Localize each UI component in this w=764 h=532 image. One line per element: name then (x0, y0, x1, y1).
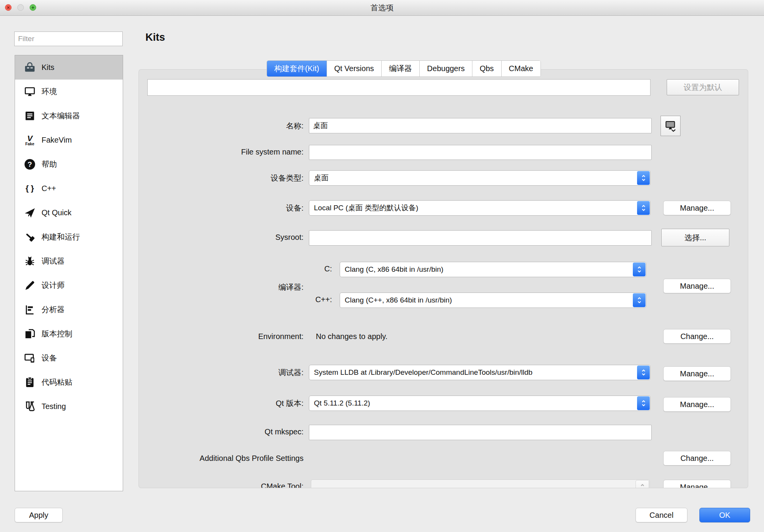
tab-debuggers[interactable]: Debuggers (420, 61, 472, 76)
page-title: Kits (145, 32, 165, 43)
cmake-tool-label: CMake Tool: (147, 482, 304, 488)
sidebar-item-cpp[interactable]: { }C++ (15, 176, 123, 201)
svg-text:?: ? (27, 160, 32, 168)
sidebar-item-fakevim[interactable]: VFakeFakeVim (15, 128, 123, 152)
set-default-button[interactable]: 设置为默认 (667, 79, 739, 95)
qt-version-label: Qt 版本: (147, 398, 304, 409)
sidebar-item-label: 环境 (42, 86, 57, 97)
tab-compilers[interactable]: 编译器 (382, 61, 420, 76)
tab-cmake[interactable]: CMake (502, 61, 540, 76)
name-input[interactable] (309, 118, 652, 133)
ok-button[interactable]: OK (699, 508, 750, 522)
stepper-icon (633, 293, 646, 307)
sidebar-item-help[interactable]: ?帮助 (15, 152, 123, 176)
sidebar-item-label: Qt Quick (42, 208, 72, 217)
device-type-label: 设备类型: (147, 173, 304, 183)
stepper-icon (636, 480, 649, 488)
flask-icon (23, 400, 37, 414)
tab-kits[interactable]: 构建套件(Kit) (267, 61, 327, 76)
svg-text:Fake: Fake (25, 142, 34, 146)
stepper-icon (637, 201, 650, 215)
device-label: 设备: (147, 203, 304, 213)
stepper-icon (637, 366, 650, 379)
compiler-c-select[interactable]: Clang (C, x86 64bit in /usr/bin) (340, 262, 646, 277)
manage-devices-button[interactable]: Manage... (663, 201, 731, 215)
cmake-tool-select[interactable] (311, 479, 650, 488)
sidebar-item-label: 代码粘贴 (42, 377, 72, 387)
compiler-cpp-select[interactable]: Clang (C++, x86 64bit in /usr/bin) (340, 293, 646, 308)
kits-panel: 设置为默认 名称: File system name: 设备类型: 桌面 设备:… (138, 69, 748, 488)
sidebar-item-label: 设备 (42, 353, 57, 363)
stepper-icon (637, 396, 650, 410)
stepper-icon (633, 263, 646, 276)
sidebar-item-label: Testing (42, 402, 66, 411)
braces-icon: { } (23, 182, 37, 196)
sidebar-item-build-run[interactable]: 构建和运行 (15, 225, 123, 249)
manage-qt-versions-button[interactable]: Manage... (663, 397, 731, 412)
tab-qbs[interactable]: Qbs (472, 61, 502, 76)
monitor-icon (23, 85, 37, 99)
fakevim-icon: VFake (23, 133, 37, 147)
sidebar-item-label: 版本控制 (42, 329, 72, 339)
tab-qt-versions[interactable]: Qt Versions (327, 61, 382, 76)
compiler-label: 编译器: (147, 282, 304, 293)
svg-text:{ }: { } (25, 184, 34, 193)
debugger-select[interactable]: System LLDB at /Library/Developer/Comman… (309, 365, 651, 380)
mkspec-label: Qt mkspec: (147, 427, 304, 436)
fs-name-label: File system name: (147, 148, 304, 156)
device-select[interactable]: Local PC (桌面 类型的默认设备) (309, 200, 651, 216)
bar-chart-icon (23, 303, 37, 317)
filter-input[interactable] (14, 32, 123, 46)
fs-name-input[interactable] (309, 145, 652, 160)
compiler-cpp-label: C++: (239, 295, 332, 304)
svg-text:V: V (27, 134, 33, 143)
question-circle-icon: ? (23, 158, 37, 171)
debugger-label: 调试器: (147, 367, 304, 378)
kit-list-box[interactable] (147, 79, 651, 96)
sidebar-item-version-control[interactable]: 版本控制 (15, 322, 123, 346)
sidebar-item-debugger[interactable]: 调试器 (15, 249, 123, 273)
bug-icon (23, 254, 37, 268)
device-type-select[interactable]: 桌面 (309, 170, 651, 186)
manage-compilers-button[interactable]: Manage... (663, 279, 731, 293)
sysroot-label: Sysroot: (147, 233, 304, 242)
toolbox-icon (23, 61, 37, 75)
sidebar-item-qt-quick[interactable]: Qt Quick (15, 201, 123, 225)
manage-debuggers-button[interactable]: Manage... (663, 366, 731, 381)
sidebar-item-testing[interactable]: Testing (15, 394, 123, 419)
mkspec-input[interactable] (309, 425, 652, 440)
apply-button[interactable]: Apply (15, 508, 63, 522)
paper-plane-icon (23, 206, 37, 220)
sidebar-item-label: 构建和运行 (42, 232, 80, 242)
sidebar-item-label: Kits (42, 63, 54, 72)
sidebar-item-label: 调试器 (42, 256, 65, 266)
cancel-button[interactable]: Cancel (636, 508, 687, 522)
sidebar-item-code-paste[interactable]: 代码粘贴 (15, 370, 123, 394)
devices-icon (23, 351, 37, 365)
sysroot-browse-button[interactable]: 选择... (661, 229, 729, 246)
manage-cmake-button[interactable]: Manage... (663, 480, 731, 488)
sidebar-item-label: 分析器 (42, 304, 65, 315)
sidebar-item-text-editor[interactable]: 文本编辑器 (15, 104, 123, 128)
sysroot-input[interactable] (309, 230, 652, 246)
sidebar-item-kits[interactable]: Kits (15, 55, 123, 80)
environment-value: No changes to apply. (316, 332, 387, 341)
change-qbs-button[interactable]: Change... (663, 451, 731, 466)
hammer-icon (23, 230, 37, 244)
name-label: 名称: (147, 121, 304, 131)
sidebar-item-environment[interactable]: 环境 (15, 80, 123, 104)
preferences-window: 首选项 Kits Kits环境文本编辑器VFakeFakeVim?帮助{ }C+… (0, 0, 764, 532)
qt-version-select[interactable]: Qt 5.11.2 (5.11.2) (309, 396, 651, 411)
sidebar-item-devices[interactable]: 设备 (15, 346, 123, 370)
clipboard-icon (23, 376, 37, 389)
sidebar-item-label: 设计师 (42, 280, 65, 291)
sidebar-item-analyzer[interactable]: 分析器 (15, 298, 123, 322)
sidebar-item-designer[interactable]: 设计师 (15, 273, 123, 298)
sidebar-item-label: 文本编辑器 (42, 111, 80, 121)
change-environment-button[interactable]: Change... (663, 329, 731, 344)
kit-tabs: 构建套件(Kit)Qt Versions编译器DebuggersQbsCMake (267, 60, 541, 77)
sidebar-item-label: 帮助 (42, 159, 57, 170)
kit-icon-button[interactable] (661, 116, 681, 136)
pencil-icon (23, 279, 37, 293)
window-title: 首选项 (0, 0, 764, 15)
